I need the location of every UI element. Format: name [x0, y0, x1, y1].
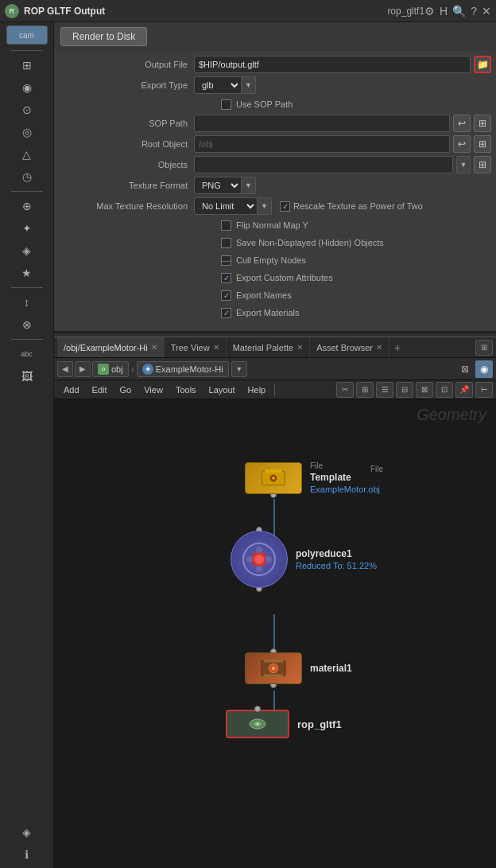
output-file-input[interactable]: [194, 56, 471, 73]
export-names-checkbox[interactable]: [221, 290, 231, 301]
export-custom-checkbox[interactable]: [221, 273, 231, 283]
menu-tools[interactable]: Tools: [169, 380, 203, 399]
export-names-row: Export Names: [54, 286, 496, 304]
path-obj-icon: o: [98, 364, 109, 375]
settings-icon[interactable]: ⚙: [424, 5, 435, 18]
menu-icon-grid[interactable]: ⊟: [396, 382, 413, 398]
tab-asset-browser[interactable]: Asset Browser ✕: [310, 337, 389, 358]
rescale-label: Rescale Texture as Power of Two: [293, 201, 423, 211]
question-icon[interactable]: ?: [471, 5, 477, 18]
sop-path-extra-button[interactable]: ⊞: [474, 115, 491, 132]
menu-icon-cut[interactable]: ✂: [336, 382, 354, 398]
max-texture-arrow[interactable]: ▼: [258, 197, 272, 215]
sop-path-row: SOP Path ↩ ⊞: [54, 113, 496, 134]
path-dropdown-button[interactable]: ▼: [231, 361, 247, 377]
cull-empty-checkbox[interactable]: –: [221, 255, 231, 266]
sidebar-icon-cross[interactable]: ⊗: [10, 314, 45, 335]
root-object-input[interactable]: [194, 135, 450, 153]
search-icon[interactable]: 🔍: [452, 5, 466, 18]
svg-rect-4: [265, 469, 281, 473]
sidebar-icon-star2[interactable]: ★: [10, 263, 45, 283]
sidebar-icon-camera[interactable]: ◉: [10, 77, 45, 98]
close-icon[interactable]: ✕: [482, 5, 491, 18]
sidebar-icon-flower[interactable]: ◈: [10, 240, 45, 261]
tab-asset-browser-close[interactable]: ✕: [376, 343, 382, 352]
export-type-arrow[interactable]: ▼: [242, 76, 256, 94]
file-node-box: [245, 462, 302, 494]
menu-edit[interactable]: Edit: [86, 380, 114, 399]
menu-icon-pin[interactable]: 📌: [455, 382, 473, 398]
export-materials-checkbox[interactable]: [221, 308, 231, 318]
path-name-segment[interactable]: ◈ ExampleMotor-Hi: [137, 361, 229, 377]
tab-material-palette[interactable]: Material Palette ✕: [227, 337, 310, 358]
menu-layout[interactable]: Layout: [203, 380, 242, 399]
sop-path-pick-button[interactable]: ↩: [453, 115, 471, 132]
nav-forward-button[interactable]: ▶: [75, 361, 91, 377]
file-node[interactable]: File Template ExampleMotor.obj: [245, 461, 380, 494]
export-custom-row: Export Custom Attributes: [54, 269, 496, 286]
path-obj-segment[interactable]: o obj: [92, 361, 129, 377]
file-node-name: Template: [310, 472, 380, 483]
sidebar-icon-image[interactable]: 🖼: [10, 366, 45, 387]
sidebar-icon-arrows[interactable]: ↕: [10, 292, 45, 313]
toolbar-active-icon[interactable]: ◉: [475, 360, 493, 378]
sidebar-icon-target[interactable]: ◎: [10, 122, 45, 142]
poly-node[interactable]: polyreduce1 Reduced To: 51.22%: [231, 531, 377, 588]
menu-go[interactable]: Go: [114, 380, 138, 399]
menu-icon-view[interactable]: ⊡: [436, 382, 453, 398]
help-h-icon[interactable]: H: [440, 5, 448, 18]
main-layout: cam ⊞ ◉ ⊙ ◎ △ ◷ ⊕ ✦ ◈ ★ ↕ ⊗ abc 🖼 ◈ ℹ Re…: [0, 22, 496, 868]
tab-options-btn[interactable]: ⊞: [475, 340, 493, 356]
sidebar-icon-plus[interactable]: ⊕: [10, 196, 45, 216]
tab-material-palette-close[interactable]: ✕: [296, 343, 303, 352]
tab-example-motor[interactable]: /obj/ExampleMotor-Hi ✕: [57, 337, 165, 358]
toolbar-snap-icon[interactable]: ⊠: [456, 360, 474, 378]
save-hidden-checkbox[interactable]: [221, 238, 231, 248]
root-object-pick-button[interactable]: ↩: [453, 135, 471, 153]
menu-add[interactable]: Add: [57, 380, 86, 399]
root-object-extra-button[interactable]: ⊞: [474, 135, 491, 153]
use-sop-path-checkbox[interactable]: [221, 99, 231, 110]
objects-extra-button[interactable]: ⊞: [474, 156, 491, 173]
svg-point-9: [254, 555, 264, 564]
flip-normal-checkbox[interactable]: [221, 220, 231, 231]
sidebar-icon-info[interactable]: ℹ: [10, 844, 45, 865]
sidebar-cam-btn[interactable]: cam: [6, 25, 48, 45]
tab-tree-view-close[interactable]: ✕: [213, 343, 219, 352]
menu-icon-list[interactable]: ☰: [376, 382, 393, 398]
mat-node[interactable]: material1: [245, 652, 352, 684]
objects-input[interactable]: [194, 156, 453, 173]
export-type-select[interactable]: glb gltf: [194, 76, 242, 94]
nav-back-button[interactable]: ◀: [57, 361, 73, 377]
tab-add-button[interactable]: +: [389, 341, 405, 354]
rescale-checkbox[interactable]: [280, 201, 290, 212]
tab-example-motor-close[interactable]: ✕: [151, 343, 157, 352]
sidebar-icon-star[interactable]: ✦: [10, 218, 45, 239]
sidebar: cam ⊞ ◉ ⊙ ◎ △ ◷ ⊕ ✦ ◈ ★ ↕ ⊗ abc 🖼 ◈ ℹ: [0, 22, 54, 868]
render-to-disk-button[interactable]: Render to Disk: [60, 27, 147, 46]
rop-node-container[interactable]: rop_gltf1: [226, 710, 342, 738]
texture-format-select[interactable]: PNG JPG: [194, 177, 242, 194]
use-sop-path-label: Use SOP Path: [236, 99, 293, 109]
node-toolbar: ◀ ▶ o obj › ◈ ExampleMotor-Hi ▼ ⊠: [54, 358, 496, 380]
menu-icon-copy[interactable]: ⊞: [356, 382, 374, 398]
sidebar-icon-circle[interactable]: ⊙: [10, 99, 45, 120]
output-file-browse-button[interactable]: 📁: [474, 56, 491, 73]
sidebar-icon-abc[interactable]: abc: [10, 344, 45, 364]
sop-path-input[interactable]: [194, 115, 450, 132]
toolbar-right: ⊠ ◉: [456, 360, 493, 378]
texture-format-arrow[interactable]: ▼: [242, 177, 256, 194]
sidebar-separator-4: [11, 339, 43, 340]
sidebar-icon-clock[interactable]: ◷: [10, 166, 45, 187]
menu-help[interactable]: Help: [242, 380, 273, 399]
sidebar-icon-location[interactable]: ◈: [10, 822, 45, 843]
max-texture-select[interactable]: No Limit: [194, 197, 258, 215]
tab-tree-view[interactable]: Tree View ✕: [165, 337, 227, 358]
sidebar-icon-grid[interactable]: ⊞: [10, 55, 45, 76]
menu-icon-extra[interactable]: ⊢: [475, 382, 493, 398]
objects-dropdown[interactable]: ▼: [456, 156, 471, 173]
menu-view[interactable]: View: [138, 380, 169, 399]
sidebar-icon-triangle[interactable]: △: [10, 144, 45, 165]
menu-icon-table[interactable]: ⊠: [416, 382, 433, 398]
file-node-type-floating: File: [370, 465, 383, 473]
